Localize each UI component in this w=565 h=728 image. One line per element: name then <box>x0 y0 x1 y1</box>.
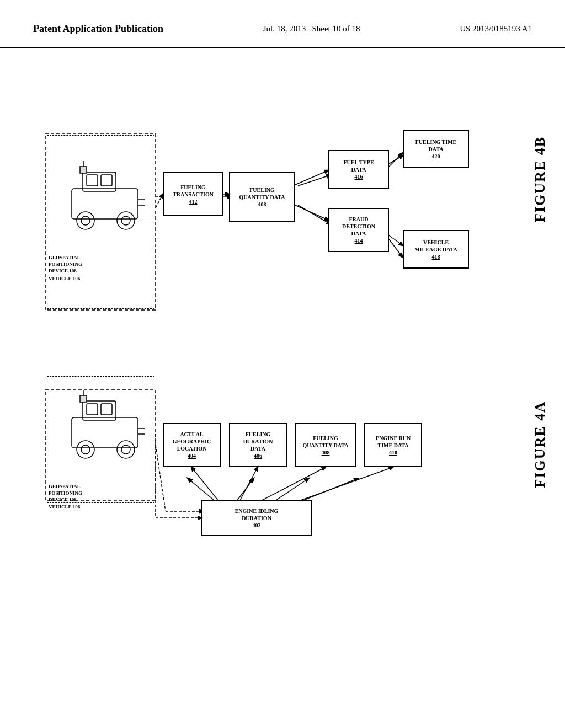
engine-run-time-box: ENGINE RUN TIME DATA 410 <box>364 423 422 467</box>
fueling-transaction-box: FUELING TRANSACTION 412 <box>163 172 223 216</box>
publication-date-sheet: Jul. 18, 2013 Sheet 10 of 18 <box>263 22 360 35</box>
svg-rect-29 <box>101 404 112 415</box>
vehicle-mileage-box: VEHICLE MILEAGE DATA 418 <box>403 230 469 269</box>
svg-rect-28 <box>87 404 98 415</box>
svg-rect-34 <box>80 395 87 402</box>
fueling-quantity-bottom-box: FUELING QUANTITY DATA 408 <box>295 423 356 467</box>
svg-line-41 <box>301 467 393 500</box>
svg-line-2 <box>298 175 331 186</box>
fueling-time-box: FUELING TIME DATA 420 <box>403 130 469 168</box>
svg-rect-16 <box>87 175 98 186</box>
svg-line-10 <box>276 478 309 500</box>
svg-line-49 <box>389 235 403 245</box>
fraud-detection-box: FRAUD DETECTION DATA 414 <box>328 208 389 252</box>
svg-rect-22 <box>80 167 87 173</box>
svg-line-11 <box>303 478 359 500</box>
svg-point-30 <box>77 441 94 458</box>
engine-idling-box: ENGINE IDLING DURATION 402 <box>201 500 312 536</box>
svg-line-38 <box>191 467 218 500</box>
publication-title: Patent Application Publication <box>33 22 163 36</box>
fueling-duration-box: FUELING DURATION DATA 406 <box>229 423 287 467</box>
figure-4b-label: FIGURE 4B <box>532 136 548 222</box>
svg-rect-14 <box>72 189 138 219</box>
svg-line-9 <box>237 478 254 500</box>
svg-point-33 <box>121 445 130 454</box>
vehicle-labels-4a: GEOSPATIAL POSITIONING DEVICE 108 VEHICL… <box>49 484 82 511</box>
vehicle-illustration <box>55 156 152 244</box>
svg-point-31 <box>81 445 90 454</box>
publication-number: US 2013/0185193 A1 <box>460 22 532 35</box>
svg-line-39 <box>240 467 258 500</box>
svg-line-48 <box>389 156 403 164</box>
figure-4a-label: FIGURE 4A <box>532 401 548 488</box>
svg-rect-26 <box>72 417 138 448</box>
svg-point-32 <box>117 441 135 458</box>
page-header: Patent Application Publication Jul. 18, … <box>0 0 565 48</box>
svg-line-47 <box>295 205 328 220</box>
svg-line-44 <box>156 194 163 208</box>
vehicle-illustration-4a <box>55 384 152 473</box>
svg-point-21 <box>121 216 130 225</box>
svg-line-3 <box>298 205 331 224</box>
svg-point-18 <box>77 212 94 229</box>
diagram-area: FIGURE 4B FUELING TRANSACTION 412 FUELIN… <box>0 48 565 688</box>
svg-point-20 <box>117 212 135 229</box>
svg-rect-17 <box>101 175 112 186</box>
svg-line-40 <box>262 467 326 500</box>
actual-geographic-box: ACTUAL GEOGRAPHIC LOCATION 404 <box>163 423 221 467</box>
svg-point-19 <box>81 216 90 225</box>
svg-line-46 <box>295 170 328 185</box>
fuel-type-box: FUEL TYPE DATA 416 <box>328 150 389 189</box>
vehicle-labels-4b: GEOSPATIAL POSITIONING DEVICE 108 VEHICL… <box>49 255 82 282</box>
fueling-quantity-top-box: FUELING QUANTITY DATA 408 <box>229 172 295 222</box>
